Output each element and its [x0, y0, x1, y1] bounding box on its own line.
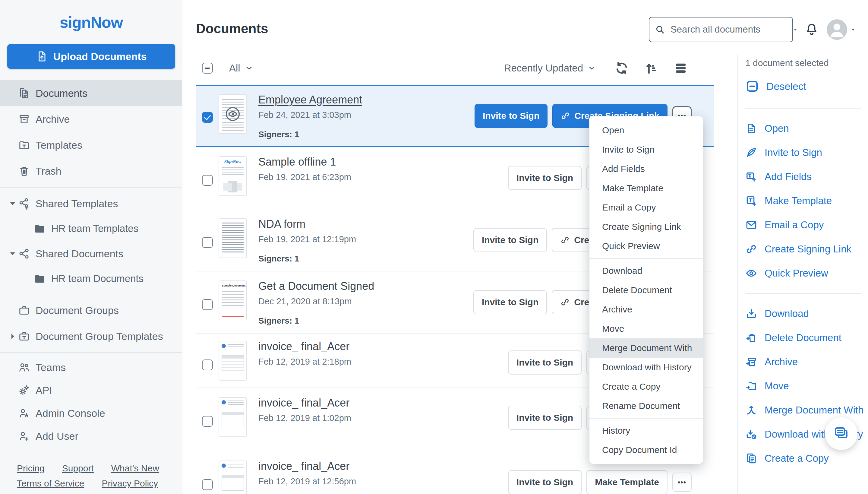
footer-link-what-s-new[interactable]: What's New — [111, 463, 159, 474]
footer-link-pricing[interactable]: Pricing — [17, 463, 45, 474]
sidebar-item-label: Add User — [36, 430, 78, 442]
sidebar-item-admin-console[interactable]: Admin Console — [0, 402, 182, 425]
menu-item-move[interactable]: Move — [590, 319, 703, 338]
panel-action-label: Move — [765, 380, 789, 392]
account-menu[interactable] — [827, 19, 857, 40]
document-thumbnail[interactable]: SignNow — [218, 156, 247, 196]
refresh-icon[interactable] — [614, 60, 630, 76]
document-thumbnail[interactable] — [218, 94, 247, 134]
sidebar-item-label: Teams — [36, 362, 66, 373]
footer-link-support[interactable]: Support — [62, 463, 94, 474]
menu-item-download-with-history[interactable]: Download with History — [590, 358, 703, 377]
row-checkbox[interactable] — [202, 479, 213, 490]
menu-item-download[interactable]: Download — [590, 261, 703, 281]
document-thumbnail[interactable] — [218, 218, 247, 258]
panel-action-quick-preview[interactable]: Quick Preview — [745, 261, 868, 285]
panel-action-create-signing-link[interactable]: Create Signing Link — [745, 237, 868, 261]
invite-to-sign-button[interactable]: Invite to Sign — [473, 228, 547, 252]
panel-action-invite-to-sign[interactable]: Invite to Sign — [745, 140, 868, 165]
notifications-bell-icon[interactable] — [804, 22, 819, 37]
document-title[interactable]: invoice_ final_Acer — [258, 460, 356, 473]
invite-to-sign-button[interactable]: Invite to Sign — [508, 350, 582, 375]
document-date: Feb 12, 2019 at 2:18pm — [258, 357, 351, 367]
list-density-icon[interactable] — [673, 60, 689, 76]
menu-item-make-template[interactable]: Make Template — [590, 178, 703, 198]
document-title[interactable]: invoice_ final_Acer — [258, 340, 351, 353]
sidebar-item-hr-team-templates[interactable]: HR team Templates — [0, 216, 182, 241]
menu-item-add-fields[interactable]: Add Fields — [590, 159, 703, 178]
sort-dropdown[interactable]: Recently Updated — [504, 61, 596, 75]
sidebar-item-trash[interactable]: Trash — [0, 158, 182, 184]
panel-action-archive[interactable]: Archive — [745, 350, 868, 374]
document-title[interactable]: Employee Agreement — [258, 94, 362, 106]
document-title[interactable]: Get a Document Signed — [258, 280, 374, 292]
menu-item-create-a-copy[interactable]: Create a Copy — [590, 377, 703, 396]
row-checkbox[interactable] — [202, 360, 213, 370]
footer-link-terms-of-service[interactable]: Terms of Service — [17, 478, 84, 489]
more-actions-button[interactable]: ••• — [672, 473, 692, 492]
search-scope-caret-icon[interactable] — [791, 26, 799, 34]
menu-item-create-signing-link[interactable]: Create Signing Link — [590, 217, 703, 236]
invite-to-sign-button[interactable]: Invite to Sign — [475, 104, 547, 128]
menu-item-quick-preview[interactable]: Quick Preview — [590, 236, 703, 256]
sidebar-item-document-groups[interactable]: Document Groups — [0, 297, 182, 323]
invite-to-sign-button[interactable]: Invite to Sign — [508, 406, 582, 430]
menu-item-merge-document-with[interactable]: Merge Document With — [590, 338, 703, 358]
invite-to-sign-button[interactable]: Invite to Sign — [473, 290, 547, 314]
footer-link-privacy-policy[interactable]: Privacy Policy — [102, 478, 158, 489]
sidebar-item-document-group-templates[interactable]: Document Group Templates — [0, 323, 182, 349]
panel-action-delete-document[interactable]: Delete Document — [745, 326, 868, 350]
row-checkbox[interactable] — [202, 237, 213, 248]
chat-fab-button[interactable] — [825, 417, 857, 450]
panel-action-email-a-copy[interactable]: Email a Copy — [745, 213, 868, 237]
menu-item-history[interactable]: History — [590, 421, 703, 440]
document-thumbnail[interactable] — [218, 341, 247, 381]
document-title[interactable]: Sample offline 1 — [258, 156, 351, 168]
panel-action-open[interactable]: Open — [745, 116, 868, 140]
document-title[interactable]: NDA form — [258, 218, 356, 230]
panel-action-merge-document-with[interactable]: Merge Document With — [745, 398, 868, 422]
sidebar-item-hr-team-documents[interactable]: HR team Documents — [0, 267, 182, 291]
document-thumbnail[interactable] — [218, 397, 247, 437]
document-thumbnail[interactable] — [218, 460, 247, 494]
panel-action-make-template[interactable]: Make Template — [745, 189, 868, 213]
document-thumbnail[interactable]: Sample Document — [218, 281, 247, 320]
menu-item-email-a-copy[interactable]: Email a Copy — [590, 198, 703, 217]
sidebar-item-add-user[interactable]: Add User — [0, 425, 182, 448]
filter-dropdown[interactable]: All — [229, 61, 254, 75]
make-template-button[interactable]: Make Template — [586, 470, 668, 494]
panel-action-create-a-copy[interactable]: Create a Copy — [745, 446, 868, 471]
row-checkbox[interactable] — [202, 416, 213, 427]
invite-to-sign-button[interactable]: Invite to Sign — [508, 470, 582, 494]
menu-item-open[interactable]: Open — [590, 121, 703, 140]
row-checkbox[interactable] — [202, 112, 213, 123]
eye-icon — [745, 267, 757, 279]
sort-order-icon[interactable] — [643, 60, 659, 76]
folder-icon — [34, 273, 46, 285]
sidebar-item-shared-templates[interactable]: Shared Templates — [0, 191, 182, 216]
menu-item-archive[interactable]: Archive — [590, 300, 703, 319]
sidebar-item-archive[interactable]: Archive — [0, 106, 182, 132]
search-input[interactable] — [670, 24, 791, 35]
upload-documents-button[interactable]: Upload Documents — [7, 44, 175, 69]
panel-action-deselect[interactable]: Deselect — [745, 72, 868, 100]
select-all-checkbox[interactable] — [202, 63, 213, 74]
row-checkbox[interactable] — [202, 299, 213, 310]
menu-item-copy-document-id[interactable]: Copy Document Id — [590, 440, 703, 460]
sidebar-item-templates[interactable]: Templates — [0, 132, 182, 158]
panel-action-add-fields[interactable]: Add Fields — [745, 165, 868, 189]
avatar[interactable] — [827, 19, 847, 40]
sidebar-item-api[interactable]: API — [0, 379, 182, 402]
panel-action-download[interactable]: Download — [745, 302, 868, 326]
document-title[interactable]: invoice_ final_Acer — [258, 397, 351, 409]
sidebar-item-teams[interactable]: Teams — [0, 356, 182, 379]
panel-action-move[interactable]: Move — [745, 374, 868, 398]
menu-item-invite-to-sign[interactable]: Invite to Sign — [590, 140, 703, 159]
menu-item-rename-document[interactable]: Rename Document — [590, 396, 703, 416]
search-box[interactable] — [649, 17, 793, 42]
sidebar-item-documents[interactable]: Documents — [0, 80, 182, 106]
row-checkbox[interactable] — [202, 175, 213, 186]
sidebar-item-shared-documents[interactable]: Shared Documents — [0, 241, 182, 267]
menu-item-delete-document[interactable]: Delete Document — [590, 281, 703, 300]
invite-to-sign-button[interactable]: Invite to Sign — [508, 166, 582, 190]
